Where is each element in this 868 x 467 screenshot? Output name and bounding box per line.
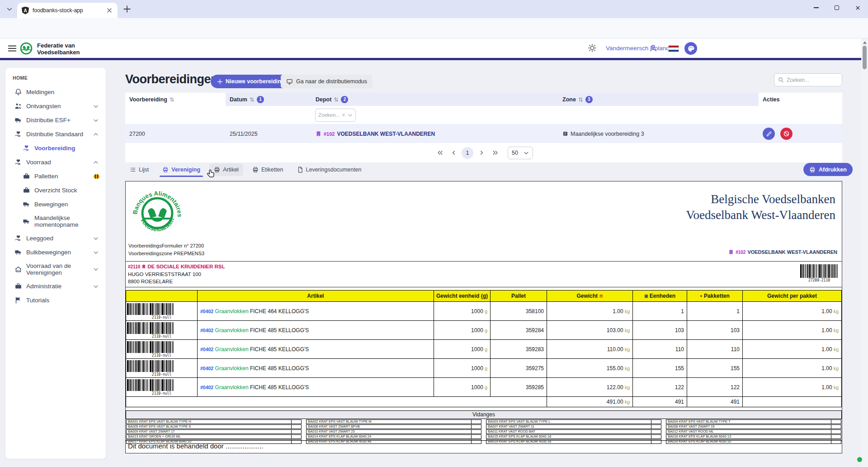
vidange-item-ba012: BA012 KRAT VAST ROOD ML xyxy=(666,429,841,434)
doc-column-gewicht-eenheid-g: Gewicht eenheid (g) xyxy=(434,291,491,302)
chevron-down-icon xyxy=(93,267,99,272)
accent-stripe xyxy=(0,58,868,60)
cancel-button[interactable] xyxy=(780,128,793,140)
doc-column-eenheden: ▣ Eenheden xyxy=(633,291,687,302)
window-maximize-button[interactable] xyxy=(826,0,847,15)
tab-etiketten[interactable]: Etiketten xyxy=(248,163,288,176)
sort-icon[interactable] xyxy=(170,97,175,102)
window-close-button[interactable] xyxy=(847,0,868,15)
sidebar-item-distributie-standaard[interactable]: Distributie Standaard xyxy=(13,127,101,141)
sidebar-item-palletten[interactable]: Palletten xyxy=(13,169,101,183)
pagination-prev-button[interactable] xyxy=(448,148,459,158)
packages-cell: 110 xyxy=(687,340,743,359)
hamburger-menu-icon[interactable] xyxy=(7,43,17,53)
vidange-count-box xyxy=(831,434,841,439)
weight-cell: 155.00 kg xyxy=(547,359,633,378)
column-header-zone[interactable]: Zone 3 xyxy=(558,93,759,106)
angular-favicon-icon: A xyxy=(22,7,29,14)
column-header-datum[interactable]: Datum 1 xyxy=(226,93,311,106)
distribution-mode-button[interactable]: Ga naar de distributiemodus xyxy=(281,75,373,88)
pagination-last-button[interactable] xyxy=(490,148,500,158)
app-header xyxy=(0,38,868,58)
scrollbar-up-arrow[interactable] xyxy=(863,41,867,44)
sort-order-badge: 3 xyxy=(585,96,593,103)
pallet-cell: 359285 xyxy=(491,378,547,397)
doc-column-gewicht-per-pakket: Gewicht per pakket xyxy=(743,291,842,302)
new-tab-button[interactable] xyxy=(123,5,131,13)
column-header-voorbereiding[interactable]: Voorbereiding xyxy=(125,93,226,106)
units-cell: 110 xyxy=(633,340,687,359)
article-barcode: 2110-null xyxy=(126,378,198,397)
pagination-next-button[interactable] xyxy=(476,148,487,158)
building-icon xyxy=(728,249,734,255)
box-icon: ▣ xyxy=(644,294,648,298)
vidange-count-box xyxy=(831,424,841,429)
status-dot xyxy=(857,457,862,462)
language-flag-nl[interactable] xyxy=(668,45,679,52)
search-icon xyxy=(778,77,784,83)
clear-filter-icon[interactable] xyxy=(341,113,346,117)
units-cell: 103 xyxy=(633,321,687,340)
new-preparation-button[interactable]: Nieuwe voorbereiding xyxy=(211,75,291,88)
form-number: VoorbereidingsFormulier n° 27200 xyxy=(128,243,204,248)
sidebar-item-maandelijkse-momentopname[interactable]: Maandelijkse momentopname xyxy=(13,211,101,231)
sidebar-item-voorraad-van-de-verenigingen[interactable]: Voorraad van de Verenigingen xyxy=(13,259,101,279)
vidange-item-ba016: BA016 KRAT EPS KLAP BLAUW 6040.13 xyxy=(666,434,841,439)
vidange-item-ba014: BA014 KRAT EPS KLAP BLAUW 6040.24 xyxy=(306,434,481,439)
sort-icon[interactable] xyxy=(578,97,583,102)
pagination-first-button[interactable] xyxy=(434,148,445,158)
window-minimize-button[interactable] xyxy=(806,0,826,15)
sidebar-item-administratie[interactable]: Administratie xyxy=(13,279,101,293)
vidange-label: BA007 KRAT VAST ZWART 11 xyxy=(486,424,651,429)
preparation-row[interactable]: 27200 25/11/2025 #102 VOEDSELBANK WEST-V… xyxy=(125,124,842,143)
page-size-select[interactable]: 50 xyxy=(508,147,533,159)
tab-leveringsdocumenten[interactable]: Leveringsdocumenten xyxy=(292,163,366,176)
scrollbar-thumb[interactable] xyxy=(863,46,867,69)
weight-cell: 122.00 kg xyxy=(547,378,633,397)
sidebar-item-overzicht-stock[interactable]: Overzicht Stock xyxy=(13,183,101,197)
sidebar-item-tutorials[interactable]: Tutorials xyxy=(13,293,101,307)
search-box xyxy=(774,73,842,86)
vidange-label: BA016 KRAT EPS KLAP BLAUW 6040.13 xyxy=(666,434,831,439)
theme-palette-button[interactable] xyxy=(684,42,697,55)
unit-weight-cell: 1000 g xyxy=(434,340,491,359)
printer-icon xyxy=(162,167,169,173)
depot-filter-select[interactable]: Zoeken... xyxy=(315,109,356,122)
total-packages: 491 xyxy=(687,397,743,407)
sidebar-item-bewegingen[interactable]: Bewegingen xyxy=(13,197,101,211)
vidange-label: BA005 KRAT EPS VAST BLAUW TYPE S xyxy=(126,424,292,429)
print-button[interactable]: Afdrukken xyxy=(803,163,853,176)
tab-vereniging[interactable]: Vereniging xyxy=(158,163,205,176)
pagination-current-page[interactable]: 1 xyxy=(462,147,473,159)
chevron-down-icon[interactable] xyxy=(348,113,353,118)
doc-org-title: Belgische Voedselbanken Voedselbank West… xyxy=(686,191,835,223)
sidebar-item-leeggoed[interactable]: Leeggoed xyxy=(13,231,101,245)
theme-toggle-sun-icon[interactable] xyxy=(588,43,597,52)
zone-icon xyxy=(562,131,568,137)
sort-icon[interactable] xyxy=(250,97,255,102)
sidebar-item-ontvangsten[interactable]: Ontvangsten xyxy=(13,99,101,113)
weight-cell: 103.00 kg xyxy=(547,321,633,340)
search-input[interactable] xyxy=(787,77,838,83)
chevron-up-icon xyxy=(93,132,99,137)
sidebar-item-distributie-esf[interactable]: Distributie ESF+ xyxy=(13,113,101,127)
sort-icon[interactable] xyxy=(334,97,339,102)
column-header-depot[interactable]: Depot 2 xyxy=(311,93,558,106)
sidebar-item-meldingen[interactable]: Meldingen xyxy=(13,85,101,99)
doc-depot-ref: #102 VOEDSELBANK WEST-VLAANDEREN xyxy=(728,249,837,255)
page-scrollbar[interactable] xyxy=(861,38,868,467)
scale-icon: ⚖ xyxy=(599,294,603,298)
tab-close-icon[interactable] xyxy=(106,7,113,14)
tab-search-chevron-icon[interactable] xyxy=(4,3,15,15)
people-icon xyxy=(14,102,22,110)
browser-tab[interactable]: A foodbanks-stock-app xyxy=(17,3,118,18)
edit-button[interactable] xyxy=(763,128,775,140)
tab-lijst[interactable]: Lijst xyxy=(125,163,153,176)
articles-table: ArtikelGewicht eenheid (g)PalletGewicht … xyxy=(126,290,842,407)
weight-cell: 110.00 kg xyxy=(547,340,633,359)
sidebar-item-voorbereiding[interactable]: Voorbereiding xyxy=(13,141,101,155)
user-menu[interactable]: Vandermeersch Roland xyxy=(606,45,670,52)
sidebar-item-bulkbewegingen[interactable]: Bulkbewegingen xyxy=(13,245,101,259)
chevron-down-icon xyxy=(93,118,99,123)
sidebar-item-voorraad[interactable]: Voorraad xyxy=(13,155,101,169)
